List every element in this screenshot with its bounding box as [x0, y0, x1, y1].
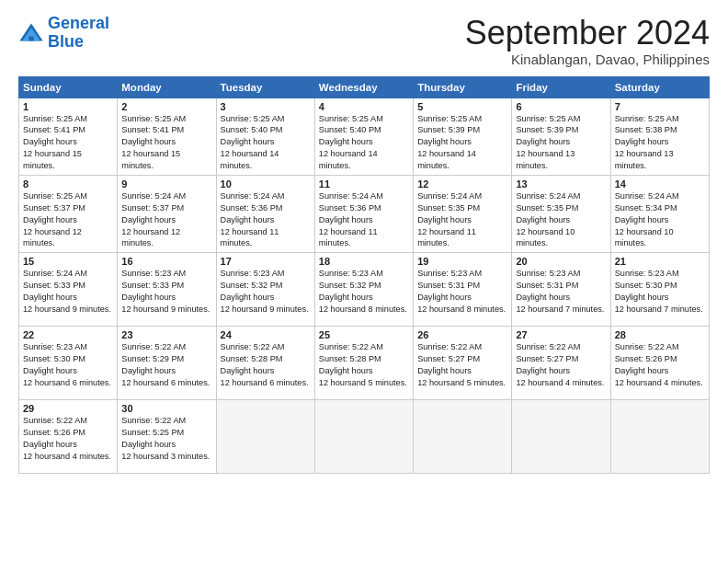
day-number: 3 [221, 101, 311, 112]
day-info: Sunrise: 5:25 AMSunset: 5:37 PMDaylight … [23, 190, 113, 249]
calendar-table: Sunday Monday Tuesday Wednesday Thursday… [18, 76, 710, 475]
table-row: 5Sunrise: 5:25 AMSunset: 5:39 PMDaylight… [414, 98, 512, 175]
day-info: Sunrise: 5:22 AMSunset: 5:25 PMDaylight … [121, 415, 211, 463]
day-number: 29 [23, 403, 113, 414]
day-number: 11 [319, 178, 409, 190]
day-number: 24 [221, 329, 311, 340]
day-number: 21 [615, 256, 705, 267]
logo-icon [18, 20, 44, 46]
day-info: Sunrise: 5:23 AMSunset: 5:33 PMDaylight … [121, 268, 211, 316]
calendar-row: 22Sunrise: 5:23 AMSunset: 5:30 PMDayligh… [19, 327, 710, 400]
day-number: 8 [23, 178, 113, 190]
day-info: Sunrise: 5:25 AMSunset: 5:41 PMDaylight … [23, 113, 113, 172]
day-number: 18 [319, 256, 409, 267]
day-number: 14 [615, 178, 705, 190]
day-number: 26 [417, 329, 507, 340]
day-number: 10 [221, 178, 311, 190]
table-row: 13Sunrise: 5:24 AMSunset: 5:35 PMDayligh… [512, 175, 610, 252]
day-info: Sunrise: 5:24 AMSunset: 5:34 PMDaylight … [615, 190, 705, 249]
title-block: September 2024 Kinablangan, Davao, Phili… [465, 15, 710, 67]
day-info: Sunrise: 5:24 AMSunset: 5:35 PMDaylight … [417, 190, 507, 249]
day-number: 23 [121, 329, 211, 340]
day-number: 6 [516, 101, 606, 112]
day-info: Sunrise: 5:25 AMSunset: 5:40 PMDaylight … [319, 113, 409, 172]
day-number: 17 [221, 256, 311, 267]
table-row: 4Sunrise: 5:25 AMSunset: 5:40 PMDaylight… [314, 98, 413, 175]
logo-text: General Blue [48, 15, 109, 52]
day-info: Sunrise: 5:22 AMSunset: 5:26 PMDaylight … [615, 341, 705, 389]
table-row [414, 400, 512, 474]
table-row: 24Sunrise: 5:22 AMSunset: 5:28 PMDayligh… [216, 327, 314, 400]
day-info: Sunrise: 5:22 AMSunset: 5:27 PMDaylight … [417, 341, 507, 389]
day-number: 16 [121, 256, 211, 267]
table-row [314, 400, 413, 474]
table-row: 14Sunrise: 5:24 AMSunset: 5:34 PMDayligh… [610, 175, 709, 252]
day-info: Sunrise: 5:23 AMSunset: 5:30 PMDaylight … [615, 268, 705, 316]
table-row: 3Sunrise: 5:25 AMSunset: 5:40 PMDaylight… [216, 98, 314, 175]
day-number: 20 [516, 256, 606, 267]
day-info: Sunrise: 5:25 AMSunset: 5:39 PMDaylight … [417, 113, 507, 172]
day-info: Sunrise: 5:24 AMSunset: 5:33 PMDaylight … [23, 268, 113, 316]
day-info: Sunrise: 5:25 AMSunset: 5:39 PMDaylight … [516, 113, 606, 172]
col-tuesday: Tuesday [216, 76, 314, 98]
day-info: Sunrise: 5:25 AMSunset: 5:38 PMDaylight … [615, 113, 705, 172]
table-row: 23Sunrise: 5:22 AMSunset: 5:29 PMDayligh… [118, 327, 216, 400]
col-monday: Monday [118, 76, 216, 98]
day-number: 13 [516, 178, 606, 190]
col-thursday: Thursday [414, 76, 512, 98]
calendar-row: 1Sunrise: 5:25 AMSunset: 5:41 PMDaylight… [19, 98, 710, 175]
day-info: Sunrise: 5:25 AMSunset: 5:41 PMDaylight … [121, 113, 211, 172]
table-row [512, 400, 610, 474]
day-info: Sunrise: 5:24 AMSunset: 5:35 PMDaylight … [516, 190, 606, 249]
table-row: 10Sunrise: 5:24 AMSunset: 5:36 PMDayligh… [216, 175, 314, 252]
table-row: 16Sunrise: 5:23 AMSunset: 5:33 PMDayligh… [118, 253, 216, 327]
table-row: 12Sunrise: 5:24 AMSunset: 5:35 PMDayligh… [414, 175, 512, 252]
table-row: 11Sunrise: 5:24 AMSunset: 5:36 PMDayligh… [314, 175, 413, 252]
day-info: Sunrise: 5:22 AMSunset: 5:29 PMDaylight … [121, 341, 211, 389]
day-info: Sunrise: 5:24 AMSunset: 5:37 PMDaylight … [121, 190, 211, 249]
header: General Blue September 2024 Kinablangan,… [18, 15, 710, 67]
col-wednesday: Wednesday [314, 76, 413, 98]
day-info: Sunrise: 5:25 AMSunset: 5:40 PMDaylight … [221, 113, 311, 172]
table-row: 28Sunrise: 5:22 AMSunset: 5:26 PMDayligh… [610, 327, 709, 400]
table-row: 30Sunrise: 5:22 AMSunset: 5:25 PMDayligh… [118, 400, 216, 474]
table-row: 22Sunrise: 5:23 AMSunset: 5:30 PMDayligh… [19, 327, 118, 400]
table-row: 20Sunrise: 5:23 AMSunset: 5:31 PMDayligh… [512, 253, 610, 327]
col-friday: Friday [512, 76, 610, 98]
location: Kinablangan, Davao, Philippines [465, 52, 710, 67]
day-info: Sunrise: 5:22 AMSunset: 5:28 PMDaylight … [221, 341, 311, 389]
day-info: Sunrise: 5:23 AMSunset: 5:31 PMDaylight … [516, 268, 606, 316]
table-row: 7Sunrise: 5:25 AMSunset: 5:38 PMDaylight… [610, 98, 709, 175]
day-number: 5 [417, 101, 507, 112]
calendar-row: 15Sunrise: 5:24 AMSunset: 5:33 PMDayligh… [19, 253, 710, 327]
calendar-row: 8Sunrise: 5:25 AMSunset: 5:37 PMDaylight… [19, 175, 710, 252]
logo: General Blue [18, 15, 109, 52]
day-number: 2 [121, 101, 211, 112]
day-number: 1 [23, 101, 113, 112]
day-info: Sunrise: 5:24 AMSunset: 5:36 PMDaylight … [221, 190, 311, 249]
day-number: 9 [121, 178, 211, 190]
table-row: 9Sunrise: 5:24 AMSunset: 5:37 PMDaylight… [118, 175, 216, 252]
table-row: 1Sunrise: 5:25 AMSunset: 5:41 PMDaylight… [19, 98, 118, 175]
day-info: Sunrise: 5:24 AMSunset: 5:36 PMDaylight … [319, 190, 409, 249]
table-row: 8Sunrise: 5:25 AMSunset: 5:37 PMDaylight… [19, 175, 118, 252]
day-number: 22 [23, 329, 113, 340]
day-number: 25 [319, 329, 409, 340]
day-number: 30 [121, 403, 211, 414]
header-row: Sunday Monday Tuesday Wednesday Thursday… [19, 76, 710, 98]
day-number: 12 [417, 178, 507, 190]
day-info: Sunrise: 5:22 AMSunset: 5:28 PMDaylight … [319, 341, 409, 389]
table-row: 27Sunrise: 5:22 AMSunset: 5:27 PMDayligh… [512, 327, 610, 400]
col-saturday: Saturday [610, 76, 709, 98]
table-row: 21Sunrise: 5:23 AMSunset: 5:30 PMDayligh… [610, 253, 709, 327]
table-row: 17Sunrise: 5:23 AMSunset: 5:32 PMDayligh… [216, 253, 314, 327]
month-title: September 2024 [465, 15, 710, 52]
table-row: 25Sunrise: 5:22 AMSunset: 5:28 PMDayligh… [314, 327, 413, 400]
day-number: 19 [417, 256, 507, 267]
col-sunday: Sunday [19, 76, 118, 98]
table-row: 6Sunrise: 5:25 AMSunset: 5:39 PMDaylight… [512, 98, 610, 175]
day-number: 28 [615, 329, 705, 340]
table-row [610, 400, 709, 474]
day-info: Sunrise: 5:23 AMSunset: 5:31 PMDaylight … [417, 268, 507, 316]
day-info: Sunrise: 5:23 AMSunset: 5:30 PMDaylight … [23, 341, 113, 389]
